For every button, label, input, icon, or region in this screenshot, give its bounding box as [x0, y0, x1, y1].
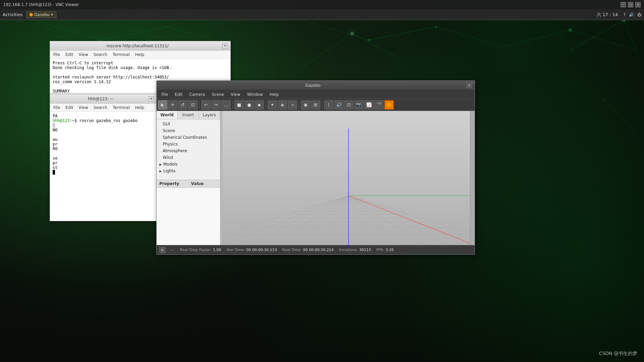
- toolbar-redo-btn[interactable]: ↪: [211, 100, 221, 110]
- tree-item-spherical-coords[interactable]: Spherical Coordinates: [157, 134, 220, 141]
- volume-icon: 🔊: [629, 12, 634, 17]
- terminal-roscore-menu-search[interactable]: Search: [92, 52, 109, 58]
- gazebo-viewport[interactable]: [222, 111, 475, 245]
- terminal-gazebo-menu-help[interactable]: Help: [133, 105, 146, 111]
- gazebo-taskbar-label: Gazebo: [34, 12, 49, 17]
- gazebo-menu-edit[interactable]: Edit: [172, 92, 185, 98]
- toolbar-sep3: [266, 101, 266, 109]
- arrow-icon: [159, 136, 161, 139]
- tree-item-wind[interactable]: Wind: [157, 154, 220, 161]
- iterations-value: 30113: [359, 248, 371, 252]
- svg-point-11: [435, 26, 437, 28]
- toolbar-record-btn[interactable]: ⊡: [344, 100, 354, 110]
- terminal-gazebo-menu-search[interactable]: Search: [92, 105, 109, 111]
- toolbar-sep2: [232, 101, 233, 109]
- toolbar-box-btn[interactable]: ■: [234, 100, 244, 110]
- svg-point-10: [368, 39, 370, 42]
- toolbar-sep1: [199, 101, 200, 109]
- real-time: Real Time: 00 00:00:30.214: [282, 248, 334, 252]
- toolbar-sphere-btn[interactable]: ●: [245, 100, 254, 110]
- gazebo-menu-scene[interactable]: Scene: [209, 92, 227, 98]
- toolbar-video-btn[interactable]: 🎬: [374, 100, 384, 110]
- toolbar-orange-btn[interactable]: 🟠: [384, 100, 394, 110]
- tree-item-models[interactable]: ▶ Models: [157, 161, 220, 168]
- svg-point-9: [167, 26, 168, 27]
- toolbar-snap-btn[interactable]: 🔊: [334, 100, 343, 110]
- terminal-roscore-close-btn[interactable]: ✕: [222, 43, 228, 49]
- toolbar-select-btn[interactable]: [158, 100, 167, 110]
- tree-item-label: GUI: [163, 122, 170, 126]
- pause-button[interactable]: ⏸: [159, 247, 165, 253]
- terminal-line: st: [53, 165, 154, 170]
- tree-item-label: Lights: [163, 169, 175, 173]
- tree-item-physics[interactable]: Physics: [157, 141, 220, 147]
- gazebo-close-btn[interactable]: ✕: [467, 83, 472, 88]
- activities-button[interactable]: Activities: [3, 12, 22, 17]
- viewport-scrollbar[interactable]: [470, 111, 475, 245]
- toolbar-light2-btn[interactable]: ◈: [278, 100, 287, 110]
- toolbar-undo-btn[interactable]: ↩: [201, 100, 211, 110]
- tree-item-lights[interactable]: ▶ Lights: [157, 168, 220, 174]
- tab-layers[interactable]: Layers: [199, 111, 220, 119]
- terminal-gazebo-menu-view[interactable]: View: [76, 105, 90, 111]
- terminal-gazebo-close-btn[interactable]: ✕: [149, 96, 154, 102]
- terminal-roscore-menu-terminal[interactable]: Terminal: [111, 52, 132, 58]
- vnc-close-btn[interactable]: ✕: [635, 2, 641, 7]
- toolbar-light1-btn[interactable]: ✦: [268, 100, 277, 110]
- svg-line-7: [570, 30, 637, 50]
- toolbar-screenshot-btn[interactable]: 📷: [354, 100, 364, 110]
- gazebo-menu-camera[interactable]: Camera: [186, 92, 208, 98]
- viewport-grid: [222, 111, 475, 245]
- terminal-line: au: [53, 137, 154, 142]
- toolbar-more-btn[interactable]: …: [221, 100, 231, 110]
- terminal-roscore-menu-file[interactable]: File: [51, 52, 62, 58]
- terminal-gazebo-menu-terminal[interactable]: Terminal: [111, 105, 132, 111]
- toolbar-light3-btn[interactable]: ⟡: [288, 100, 297, 110]
- svg-line-20: [570, 20, 624, 50]
- tree-item-label: Atmosphere: [163, 148, 187, 153]
- terminal-gazebo-titlebar: hhh@123: ~ ✕: [50, 94, 157, 104]
- svg-line-15: [302, 34, 352, 67]
- vnc-minimize-btn[interactable]: ─: [621, 2, 626, 7]
- tree-item-scene[interactable]: Scene: [157, 127, 220, 134]
- terminal-line: █: [53, 123, 154, 128]
- svg-line-4: [369, 27, 436, 40]
- tree-item-atmosphere[interactable]: Atmosphere: [157, 147, 220, 154]
- terminal-roscore-menu-edit[interactable]: Edit: [63, 52, 75, 58]
- terminal-roscore-menu-view[interactable]: View: [76, 52, 90, 58]
- gazebo-taskbar-item[interactable]: Gazebo ▼: [26, 11, 56, 18]
- terminal-line: RO: [53, 146, 154, 151]
- tree-item-gui[interactable]: GUI: [157, 121, 220, 127]
- toolbar-paste-btn[interactable]: ⊞: [311, 100, 320, 110]
- iterations: Iterations: 30113: [339, 248, 371, 252]
- terminal-gazebo-menu-edit[interactable]: Edit: [63, 105, 75, 111]
- tab-insert[interactable]: Insert: [178, 111, 199, 119]
- toolbar-plot-btn[interactable]: 📈: [364, 100, 374, 110]
- tree-item-label: Spherical Coordinates: [163, 135, 207, 140]
- terminal-gazebo-menubar: File Edit View Search Terminal Help: [50, 104, 157, 112]
- realtime-factor: Real Time Factor: 1.00: [180, 248, 221, 252]
- vnc-maximize-btn[interactable]: □: [628, 2, 633, 7]
- toolbar-cylinder-btn[interactable]: ▪: [255, 100, 264, 110]
- toolbar-align-btn[interactable]: ⟩: [324, 100, 333, 110]
- gazebo-menu-file[interactable]: File: [159, 92, 171, 98]
- gazebo-statusbar: ⏸ — Real Time Factor: 1.00 Sim Time: 00 …: [157, 245, 475, 254]
- terminal-gazebo-menu-file[interactable]: File: [51, 105, 62, 111]
- arrow-icon: [159, 122, 161, 126]
- toolbar-scale-btn[interactable]: ⊡: [188, 100, 198, 110]
- tab-world[interactable]: World: [157, 111, 178, 119]
- help-icon: ?: [624, 12, 626, 17]
- tree-item-label: Physics: [163, 142, 177, 146]
- toolbar-translate-btn[interactable]: ✛: [168, 100, 177, 110]
- terminal-roscore-menu-help[interactable]: Help: [133, 52, 146, 58]
- toolbar-rotate-btn[interactable]: ↺: [178, 100, 187, 110]
- gazebo-titlebar: Gazebo ✕: [157, 81, 475, 90]
- gazebo-menu-view[interactable]: View: [228, 92, 243, 98]
- gazebo-menu-window[interactable]: Window: [245, 92, 266, 98]
- terminal-line: [53, 151, 154, 156]
- taskbar: Activities Gazebo ▼ 六 17：14 ? 🔊 ⏻: [0, 9, 644, 20]
- toolbar-sep4: [299, 101, 299, 109]
- gazebo-menu-help[interactable]: Help: [267, 92, 281, 98]
- gazebo-menubar: File Edit Camera Scene View Window Help: [157, 90, 475, 99]
- toolbar-copy-btn[interactable]: ◉: [301, 100, 310, 110]
